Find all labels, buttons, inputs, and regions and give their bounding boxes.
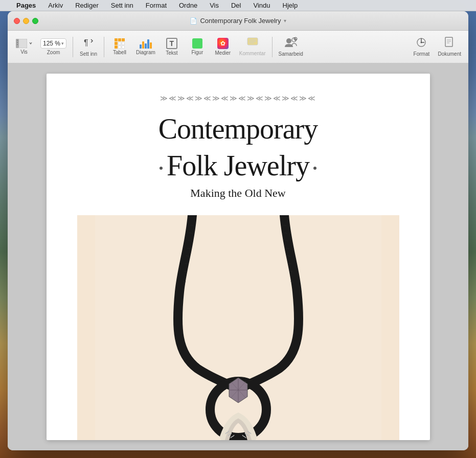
document-title: Contemporary Folk Jewelry (200, 17, 281, 25)
divider-2 (104, 37, 104, 57)
menu-format[interactable]: Format (144, 1, 169, 10)
media-icon: ✿ (217, 38, 229, 49)
medier-label: Medier (215, 50, 231, 56)
svg-point-10 (286, 38, 291, 43)
chart-icon (140, 38, 152, 49)
sett-inn-button[interactable]: ¶ Sett inn (76, 35, 101, 59)
decorative-pattern: ≫≪≫≪≫≪≫≪≫≪≫≪≫≪≫≪≫≪ (77, 94, 399, 102)
figur-label: Figur (191, 50, 203, 55)
traffic-lights (14, 18, 38, 24)
menu-del[interactable]: Del (229, 1, 243, 10)
text-icon: T (166, 38, 177, 49)
menu-pages[interactable]: Pages (14, 1, 38, 10)
zoom-button[interactable]: 125 % ▾ Zoom (37, 36, 70, 57)
samarbeid-button[interactable]: + Samarbeid (276, 35, 306, 59)
title-dot-left (160, 167, 163, 170)
menu-ordne[interactable]: Ordne (177, 1, 199, 10)
vis-button[interactable]: Vis (12, 37, 36, 57)
para-icon: ¶ (83, 37, 94, 50)
menu-hjelp[interactable]: Hjelp (281, 1, 300, 10)
document-file-icon: 📄 (190, 17, 197, 25)
svg-point-16 (421, 42, 422, 43)
menu-bar: Pages Arkiv Rediger Sett inn Format Ordn… (0, 0, 476, 11)
document-main-title-line1: Contemporary (77, 112, 399, 145)
title-bar: 📄 Contemporary Folk Jewelry ▾ (8, 11, 468, 31)
svg-text:¶: ¶ (84, 38, 88, 47)
table-icon (115, 38, 125, 49)
necklace-image (77, 215, 399, 440)
svg-rect-4 (17, 44, 18, 45)
zoom-display: 125 % ▾ (40, 38, 66, 49)
format-button[interactable]: Format (409, 35, 434, 59)
document-page: ≫≪≫≪≫≪≫≪≫≪≫≪≫≪≫≪≫≪ Contemporary Folk Jew… (47, 74, 430, 440)
svg-rect-2 (17, 40, 18, 41)
title-bar-center: 📄 Contemporary Folk Jewelry ▾ (190, 17, 286, 25)
minimize-button[interactable] (23, 18, 29, 24)
dokument-label: Dokument (438, 51, 461, 57)
divider-3 (272, 37, 273, 57)
maximize-button[interactable] (32, 18, 38, 24)
kommentar-label: Kommentar (239, 51, 266, 56)
title-dot-right (313, 167, 316, 170)
menu-rediger[interactable]: Rediger (73, 1, 101, 10)
document-image-container (77, 215, 399, 440)
pages-window: 📄 Contemporary Folk Jewelry ▾ Vis (8, 11, 468, 450)
kommentar-button[interactable]: Kommentar (236, 35, 269, 58)
dokument-icon (444, 37, 455, 50)
shape-icon (192, 38, 202, 49)
menu-arkiv[interactable]: Arkiv (46, 1, 65, 10)
format-icon (416, 37, 427, 50)
kommentar-icon (247, 37, 258, 50)
doc-content: ≫≪≫≪≫≪≫≪≫≪≫≪≫≪≫≪≫≪ Contemporary Folk Jew… (47, 74, 430, 440)
svg-text:+: + (294, 37, 297, 42)
medier-button[interactable]: ✿ Medier (211, 36, 235, 58)
figur-button[interactable]: Figur (185, 36, 210, 57)
toolbar: Vis 125 % ▾ Zoom ¶ Sett inn (8, 31, 468, 63)
tabell-button[interactable]: Tabell (107, 36, 132, 57)
title-chevron-icon[interactable]: ▾ (284, 18, 286, 24)
menu-vindu[interactable]: Vindu (251, 1, 272, 10)
diagram-label: Diagram (136, 50, 155, 55)
zoom-label: Zoom (47, 50, 60, 55)
samarbeid-label: Samarbeid (279, 51, 303, 57)
diagram-button[interactable]: Diagram (133, 36, 158, 57)
document-main-title-line2: Folk Jewelry (167, 149, 309, 182)
close-button[interactable] (14, 18, 20, 24)
content-area[interactable]: ≫≪≫≪≫≪≫≪≫≪≫≪≫≪≫≪≫≪ Contemporary Folk Jew… (8, 63, 468, 450)
document-subtitle: Making the Old New (77, 187, 399, 200)
svg-rect-17 (445, 37, 452, 47)
dokument-button[interactable]: Dokument (435, 35, 464, 59)
sett-inn-label: Sett inn (80, 51, 97, 57)
divider-1 (73, 37, 73, 57)
vis-label: Vis (20, 49, 28, 55)
svg-rect-3 (17, 42, 18, 43)
tekst-label: Tekst (166, 50, 177, 56)
menu-vis[interactable]: Vis (208, 1, 221, 10)
svg-rect-21 (95, 215, 381, 440)
tekst-button[interactable]: T Tekst (160, 36, 184, 58)
samarbeid-icon: + (284, 37, 298, 50)
tabell-label: Tabell (113, 50, 126, 55)
menu-sett-inn[interactable]: Sett inn (109, 1, 135, 10)
zoom-chevron-icon: ▾ (61, 41, 64, 46)
vis-icon (16, 39, 33, 48)
format-label: Format (414, 51, 430, 57)
document-title-line2-container: Folk Jewelry (77, 149, 399, 186)
